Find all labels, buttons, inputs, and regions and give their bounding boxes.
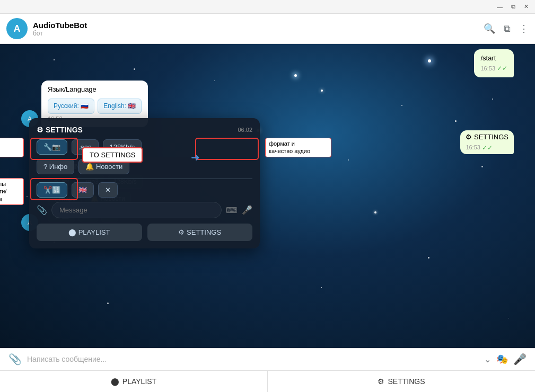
bot-info: AudioTubeBot бот: [33, 21, 87, 37]
message-row-settings-card: A ✏ SETTINGS 🔧📷 .mp3 128Kb/s ? Инфо 🔔 Но…: [21, 157, 514, 231]
mic-icon[interactable]: 🎤: [513, 353, 527, 366]
message-bubble-language: Язык/Language Русский: 🇷🇺 English: 🇬🇧 16…: [41, 81, 148, 127]
playlist-label: PLAYLIST: [122, 377, 156, 386]
action-row: ⬤ PLAYLIST ⚙ SETTINGS: [0, 370, 535, 392]
menu-icon[interactable]: ⋮: [519, 23, 529, 34]
language-buttons: Русский: 🇷🇺 English: 🇬🇧: [48, 99, 142, 114]
english-btn[interactable]: English: 🇬🇧: [98, 99, 142, 114]
input-row: 📎 ⌄ 🎭 🎤: [0, 349, 535, 370]
bitrate-btn[interactable]: 128Kb/s: [108, 175, 143, 189]
message-row-language: A Язык/Language Русский: 🇷🇺 English: 🇬🇧 …: [21, 81, 514, 127]
playlist-button[interactable]: ⬤ PLAYLIST: [0, 370, 268, 392]
settings-row3: ✂️🔢 🇷🇺 ✕: [48, 209, 194, 222]
attach-icon[interactable]: 📎: [8, 353, 22, 366]
settings-sent-time: 16:53: [466, 144, 480, 152]
playlist-icon: ⬤: [111, 377, 119, 386]
scissors-btn[interactable]: ✂️🔢: [48, 209, 75, 222]
info-btn[interactable]: ? Инфо: [48, 192, 82, 206]
russian-btn[interactable]: Русский: 🇷🇺: [48, 99, 94, 114]
message-bubble-start: /start 16:53 ✓✓: [474, 49, 514, 77]
messages-container: /start 16:53 ✓✓ A Язык/Language Русский:…: [0, 44, 535, 348]
settings-card: ✏ SETTINGS 🔧📷 .mp3 128Kb/s ? Инфо 🔔 Ново…: [41, 157, 200, 231]
bot-avatar: A: [6, 18, 28, 39]
mp3-btn[interactable]: .mp3: [78, 175, 104, 189]
message-row-start: /start 16:53 ✓✓: [21, 49, 514, 77]
language-text: Язык/Language: [48, 85, 142, 94]
check-icon: ✓✓: [497, 64, 507, 73]
message-time: 16:53: [480, 65, 495, 73]
search-icon[interactable]: 🔍: [484, 23, 495, 34]
settings-button[interactable]: ⚙ SETTINGS: [268, 370, 535, 392]
settings-sent-text: ⚙ SETTINGS: [466, 132, 508, 142]
columns-icon[interactable]: ⧉: [504, 23, 511, 34]
settings-label: SETTINGS: [388, 377, 425, 386]
scroll-down-btn[interactable]: ⌄: [484, 354, 491, 364]
maximize-btn[interactable]: ⧉: [509, 2, 518, 11]
bot-avatar-msg: A: [21, 110, 38, 127]
message-input[interactable]: [27, 355, 479, 363]
wrench-btn[interactable]: 🔧📷: [48, 175, 75, 189]
settings-row2: ? Инфо 🔔 Новости: [48, 192, 194, 206]
check-icon2: ✓✓: [482, 144, 493, 153]
message-bubble-settings-sent: ⚙ SETTINGS 16:53 ✓✓: [460, 130, 514, 154]
chat-area: /start 16:53 ✓✓ A Язык/Language Русский:…: [0, 44, 535, 348]
emoji-icon[interactable]: 🎭: [496, 353, 508, 365]
bot-name: AudioTubeBot: [33, 21, 87, 30]
settings-gear-icon: ⚙: [378, 377, 384, 386]
news-btn[interactable]: 🔔 Новости: [85, 192, 131, 206]
minimize-btn[interactable]: —: [495, 3, 505, 11]
flag-ru-btn[interactable]: 🇷🇺: [78, 209, 98, 222]
settings-card-title: ✏ SETTINGS: [48, 163, 194, 171]
window-controls-bar: — ⧉ ✕: [0, 0, 535, 14]
language-msg-time: 16:53: [48, 115, 63, 123]
close-x-btn[interactable]: ✕: [101, 209, 118, 222]
bot-subtitle: бот: [33, 30, 87, 37]
bottom-bar: 📎 ⌄ 🎭 🎤 ⬤ PLAYLIST ⚙ SETTINGS: [0, 348, 535, 392]
title-bar: A AudioTubeBot бот 🔍 ⧉ ⋮: [0, 14, 535, 44]
bot-avatar-settings: A: [21, 214, 38, 231]
close-btn[interactable]: ✕: [522, 2, 531, 11]
message-text: /start: [480, 54, 496, 62]
message-row-settings-sent: ⚙ SETTINGS 16:53 ✓✓: [21, 130, 514, 154]
settings-row1: 🔧📷 .mp3 128Kb/s: [48, 175, 194, 189]
